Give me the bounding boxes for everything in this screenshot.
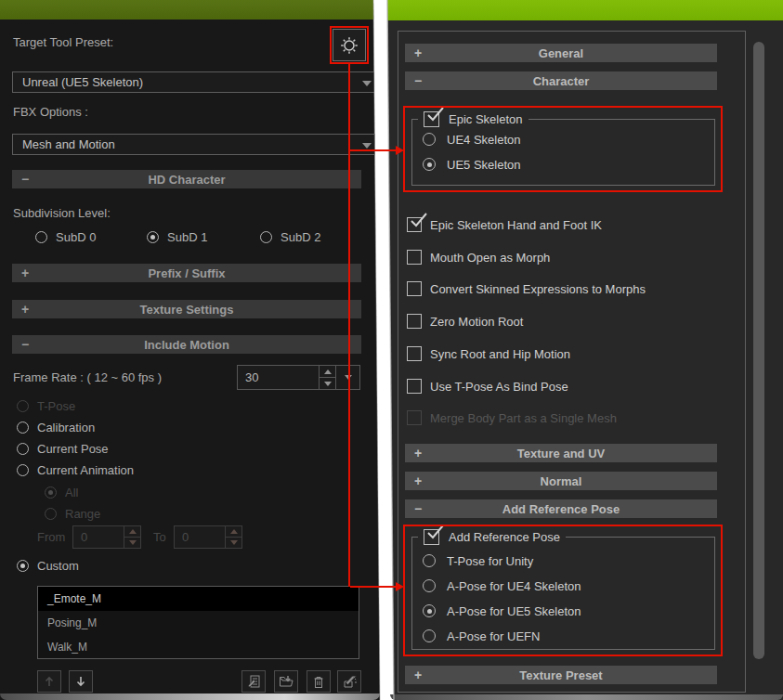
section-header-character[interactable]: − Character — [405, 71, 717, 90]
folder-import-icon — [279, 674, 294, 689]
section-label: HD Character — [148, 173, 225, 187]
radio-a-pose-ue5[interactable]: A-Pose for UE5 Skeleton — [423, 603, 581, 619]
checkbox-icon — [407, 281, 422, 296]
section-label: Character — [533, 74, 590, 88]
expand-icon: + — [414, 666, 422, 684]
checkbox-mouth-open-as-morph[interactable]: Mouth Open as Morph — [407, 249, 550, 266]
radio-icon — [423, 629, 436, 642]
fbx-options-dropdown[interactable]: Mesh and Motion — [12, 134, 380, 155]
radio-ue5-skeleton[interactable]: UE5 Skeleton — [423, 156, 521, 173]
checkbox-convert-skinned-expressions[interactable]: Convert Skinned Expressions to Morphs — [407, 280, 646, 297]
radio-icon — [17, 443, 29, 455]
checkbox-label: Convert Skinned Expressions to Morphs — [430, 282, 646, 296]
add-motion-list-button[interactable] — [241, 670, 266, 693]
section-header-normal[interactable]: + Normal — [405, 472, 717, 490]
spin-down-button[interactable] — [320, 378, 335, 389]
frame-rate-dropdown-button[interactable] — [336, 366, 359, 389]
section-header-hd-character[interactable]: − HD Character — [12, 170, 361, 188]
subdivision-level-label: Subdivision Level: — [13, 206, 111, 220]
checkbox-icon — [407, 217, 422, 232]
list-item[interactable]: Walk_M — [38, 635, 359, 659]
list-item[interactable]: Posing_M — [38, 611, 359, 635]
radio-a-pose-ue4[interactable]: A-Pose for UE4 Skeleton — [423, 577, 581, 594]
section-header-texture-settings[interactable]: + Texture Settings — [12, 300, 361, 318]
checkbox-icon — [407, 250, 422, 265]
preset-settings-button[interactable] — [333, 29, 366, 61]
range-to-value: 0 — [182, 526, 189, 548]
range-from-spinbox: 0 — [72, 525, 141, 549]
checkbox-icon — [407, 314, 422, 329]
radio-subd-1[interactable]: SubD 1 — [147, 228, 207, 245]
radio-icon — [17, 464, 29, 476]
radio-label: UE4 Skeleton — [447, 133, 521, 147]
radio-label: SubD 2 — [281, 230, 320, 244]
radio-a-pose-uefn[interactable]: A-Pose for UEFN — [423, 628, 540, 644]
collapse-icon: − — [21, 335, 29, 354]
custom-motion-list: _Emote_M Posing_M Walk_M — [37, 586, 359, 659]
target-preset-dropdown[interactable]: Unreal (UE5 Skeleton) — [12, 71, 380, 93]
radio-custom[interactable]: Custom — [17, 557, 79, 574]
collapse-icon: − — [414, 499, 422, 518]
collapse-icon: − — [21, 170, 29, 188]
list-item[interactable]: _Emote_M — [38, 587, 359, 611]
radio-label: SubD 0 — [56, 230, 96, 244]
export-fbx-dialog-left: Target Tool Preset: Unreal (UE5 Skeleton… — [0, 0, 380, 700]
checkbox-label: Sync Root and Hip Motion — [430, 347, 570, 361]
section-label: Prefix / Suffix — [148, 266, 225, 280]
section-header-texture-and-uv[interactable]: + Texture and UV — [405, 444, 717, 462]
checkbox-label: Epic Skeleton — [449, 112, 523, 126]
section-label: General — [539, 46, 583, 60]
checkbox-label: Mouth Open as Morph — [430, 251, 550, 265]
range-from-label: From — [37, 530, 65, 544]
radio-ue4-skeleton[interactable]: UE4 Skeleton — [423, 131, 521, 148]
spin-up-button[interactable] — [320, 366, 335, 378]
fbx-options-label: FBX Options : — [13, 105, 88, 119]
checkbox-label: Add Reference Pose — [449, 530, 560, 544]
radio-label: Custom — [37, 559, 79, 573]
rename-pen-icon — [342, 674, 358, 689]
section-header-prefix-suffix[interactable]: + Prefix / Suffix — [12, 264, 361, 282]
expand-icon: + — [21, 264, 29, 282]
radio-label: A-Pose for UE4 Skeleton — [447, 579, 581, 593]
section-label: Add Reference Pose — [502, 502, 620, 516]
checkbox-merge-body-part: Merge Body Part as a Single Mesh — [407, 409, 617, 426]
radio-icon — [17, 400, 29, 412]
delete-motion-button[interactable] — [307, 670, 331, 693]
radio-icon — [423, 158, 436, 171]
radio-current-animation[interactable]: Current Animation — [17, 461, 134, 478]
radio-icon — [260, 231, 272, 243]
section-header-general[interactable]: + General — [405, 44, 717, 62]
window-bottom-bevel — [0, 694, 380, 700]
radio-subd-2[interactable]: SubD 2 — [260, 228, 320, 245]
radio-calibration[interactable]: Calibration — [17, 419, 95, 435]
radio-icon — [17, 421, 29, 434]
import-motion-button[interactable] — [274, 670, 298, 693]
expand-icon: + — [21, 300, 29, 318]
rename-motion-button[interactable] — [337, 670, 361, 693]
radio-subd-0[interactable]: SubD 0 — [35, 228, 96, 245]
radio-icon — [35, 231, 47, 243]
section-header-texture-preset[interactable]: + Texture Preset — [405, 666, 717, 684]
add-reference-pose-checkbox[interactable]: Add Reference Pose — [418, 527, 566, 546]
checkbox-epic-skeleton-hand-foot-ik[interactable]: Epic Skeleton Hand and Foot IK — [407, 216, 602, 233]
radio-t-pose-for-unity[interactable]: T-Pose for Unity — [423, 552, 533, 569]
radio-label: A-Pose for UE5 Skeleton — [447, 604, 581, 618]
epic-skeleton-checkbox[interactable]: Epic Skeleton — [418, 110, 529, 128]
section-header-include-motion[interactable]: − Include Motion — [12, 335, 361, 354]
spin-up-button — [226, 526, 241, 538]
checkbox-use-t-pose-bind-pose[interactable]: Use T-Pose As Bind Pose — [407, 378, 568, 395]
radio-icon — [17, 560, 29, 572]
checkbox-zero-motion-root[interactable]: Zero Motion Root — [407, 313, 523, 330]
radio-icon — [423, 554, 436, 567]
section-label: Normal — [541, 474, 582, 488]
frame-rate-spinbox[interactable]: 30 — [237, 365, 360, 390]
move-down-button[interactable] — [69, 670, 93, 693]
radio-current-pose[interactable]: Current Pose — [17, 440, 109, 457]
radio-icon — [423, 133, 436, 146]
scrollbar-thumb[interactable] — [753, 42, 764, 659]
export-fbx-comparison-screenshot: Target Tool Preset: Unreal (UE5 Skeleton… — [0, 0, 783, 700]
radio-label: Current Animation — [37, 463, 134, 477]
checkbox-sync-root-hip-motion[interactable]: Sync Root and Hip Motion — [407, 345, 570, 362]
motion-list-pen-icon — [246, 674, 261, 689]
section-header-add-reference-pose[interactable]: − Add Reference Pose — [405, 499, 717, 518]
